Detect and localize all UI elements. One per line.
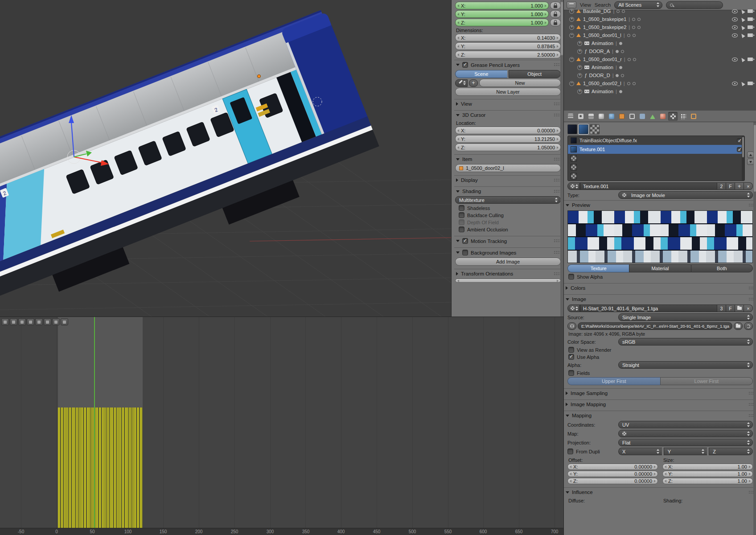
panel-drag-handle[interactable]: [554, 157, 560, 161]
gp-object-tab[interactable]: Object: [509, 70, 561, 78]
collapse-icon[interactable]: [566, 403, 568, 406]
active-object-name-field[interactable]: 1_0500_door02_l: [455, 164, 561, 172]
editor-type-icon[interactable]: [1, 318, 9, 325]
ambient-occlusion-checkbox[interactable]: [459, 226, 464, 232]
collapse-icon[interactable]: [566, 204, 569, 206]
outliner-row[interactable]: 1_0500_door01_r |: [564, 55, 756, 63]
panel-drag-handle[interactable]: [554, 251, 560, 255]
open-image-button[interactable]: [735, 305, 744, 312]
cursor-x-field[interactable]: X: 0.00000: [455, 127, 561, 134]
texture-slot-row-empty[interactable]: [568, 172, 744, 181]
collapse-icon[interactable]: [456, 158, 460, 160]
visibility-icon[interactable]: [732, 17, 738, 21]
relative-path-icon[interactable]: [567, 322, 576, 330]
background-images-header[interactable]: Background Images: [454, 248, 562, 257]
texture-slot-preview-empty[interactable]: [590, 124, 600, 134]
fake-user-button[interactable]: F: [726, 182, 735, 190]
dimension-x-field[interactable]: X: 0.14030: [455, 34, 561, 41]
collapse-icon[interactable]: [566, 491, 569, 494]
panel-drag-handle[interactable]: [554, 63, 560, 67]
background-images-checkbox[interactable]: [462, 250, 468, 255]
scale-x-field[interactable]: X: 1.000: [455, 2, 549, 9]
panel-drag-handle[interactable]: [554, 113, 560, 117]
paste-icon[interactable]: [44, 318, 51, 325]
selectability-icon[interactable]: [740, 25, 745, 30]
selectability-icon[interactable]: [740, 33, 745, 38]
texture-slot-preview-active[interactable]: [579, 124, 588, 134]
render-layers-tab-icon[interactable]: [586, 112, 596, 121]
timeline-menu-icon[interactable]: [10, 318, 17, 325]
visibility-icon[interactable]: [732, 58, 738, 62]
panel-drag-handle[interactable]: [554, 102, 560, 106]
texture-slot-row-selected[interactable]: Texture.001: [568, 145, 744, 154]
backface-culling-checkbox[interactable]: [459, 212, 464, 218]
image-browse-icon[interactable]: [567, 305, 580, 312]
scene-tab-icon[interactable]: [596, 112, 606, 121]
copy-icon[interactable]: [35, 318, 43, 325]
options-icon[interactable]: [52, 318, 60, 325]
offset-x-field[interactable]: X: 0.00000: [567, 464, 658, 470]
collapse-icon[interactable]: [566, 415, 569, 417]
shadeless-checkbox[interactable]: [459, 205, 464, 211]
add-image-button[interactable]: Add Image: [455, 258, 561, 266]
grease-pencil-header[interactable]: Grease Pencil Layers: [454, 60, 562, 69]
expand-icon[interactable]: [577, 49, 582, 54]
source-dropdown[interactable]: Single Image: [618, 313, 753, 321]
image-header[interactable]: Image: [564, 295, 756, 303]
particles-tab-icon[interactable]: [678, 112, 688, 121]
preview-material-tab[interactable]: Material: [629, 264, 690, 272]
dimension-y-field[interactable]: Y: 0.87845: [455, 42, 561, 50]
display-mode-dropdown[interactable]: All Scenes: [614, 1, 662, 9]
collapse-icon[interactable]: [456, 272, 458, 276]
texture-slot-preview[interactable]: [567, 124, 577, 134]
size-y-field[interactable]: Y: 1.00: [662, 471, 753, 477]
filepath-field[interactable]: E:\RailWorks\Source\benjoe\MAV_IC_P...es…: [578, 322, 732, 330]
gp-layer-selector[interactable]: [455, 79, 468, 87]
use-alpha-checkbox[interactable]: [568, 354, 574, 360]
influence-header[interactable]: Influence: [564, 488, 756, 496]
axis-y-dropdown[interactable]: Y: [664, 448, 707, 455]
slot-enable-checkbox[interactable]: [737, 138, 742, 143]
viewport-canvas[interactable]: 2 2: [0, 0, 452, 317]
outliner-search-input[interactable]: [666, 1, 723, 9]
renderability-icon[interactable]: [748, 58, 753, 61]
texture-slot-row-empty[interactable]: [568, 154, 744, 163]
collapse-icon[interactable]: [566, 391, 568, 395]
world-tab-icon[interactable]: [607, 112, 616, 121]
cursor-z-field[interactable]: Z: 1.05000: [455, 144, 561, 151]
current-frame-line[interactable]: [94, 317, 95, 528]
selectability-icon[interactable]: [740, 81, 745, 86]
outliner-row[interactable]: Animation |: [564, 39, 756, 47]
list-scrollbar[interactable]: [742, 136, 744, 181]
collapse-icon[interactable]: [569, 57, 574, 62]
material-tab-icon[interactable]: [658, 112, 667, 121]
unlink-texture-button[interactable]: [744, 182, 753, 190]
offset-z-field[interactable]: Z: 0.00000: [567, 478, 658, 484]
panel-drag-handle[interactable]: [554, 189, 560, 193]
snap-icon[interactable]: [18, 318, 26, 325]
colors-header[interactable]: Colors: [564, 284, 756, 292]
slot-enable-checkbox[interactable]: [737, 147, 742, 152]
search-menu[interactable]: Search: [595, 2, 611, 8]
texture-name-field[interactable]: Texture.001: [580, 182, 717, 190]
view-header[interactable]: View: [454, 99, 562, 108]
renderability-icon[interactable]: [748, 17, 753, 21]
preview-header[interactable]: Preview: [564, 201, 756, 209]
lock-icon[interactable]: [550, 10, 561, 18]
physics-tab-icon[interactable]: [689, 112, 698, 121]
cursor-y-field[interactable]: Y: 13.21250: [455, 135, 561, 143]
timeline-ruler[interactable]: -50 0 50 100 150 200 250 300 350 400 450…: [0, 528, 563, 535]
filter-icon[interactable]: [27, 318, 34, 325]
collapse-icon[interactable]: [456, 190, 460, 193]
projection-dropdown[interactable]: Flat: [618, 439, 753, 446]
npanel-scrollbar[interactable]: [560, 0, 563, 317]
visibility-icon[interactable]: [732, 25, 738, 29]
expand-icon[interactable]: [577, 73, 582, 78]
render-tab-icon[interactable]: [576, 112, 585, 121]
grease-pencil-checkbox[interactable]: [462, 62, 468, 68]
transform-orientations-header[interactable]: Transform Orientations: [454, 269, 562, 278]
gp-add-icon[interactable]: [469, 79, 478, 87]
uv-map-dropdown[interactable]: [618, 430, 753, 437]
from-dupli-checkbox[interactable]: [567, 449, 573, 454]
outliner-row[interactable]: DOOR_A |: [564, 47, 756, 55]
